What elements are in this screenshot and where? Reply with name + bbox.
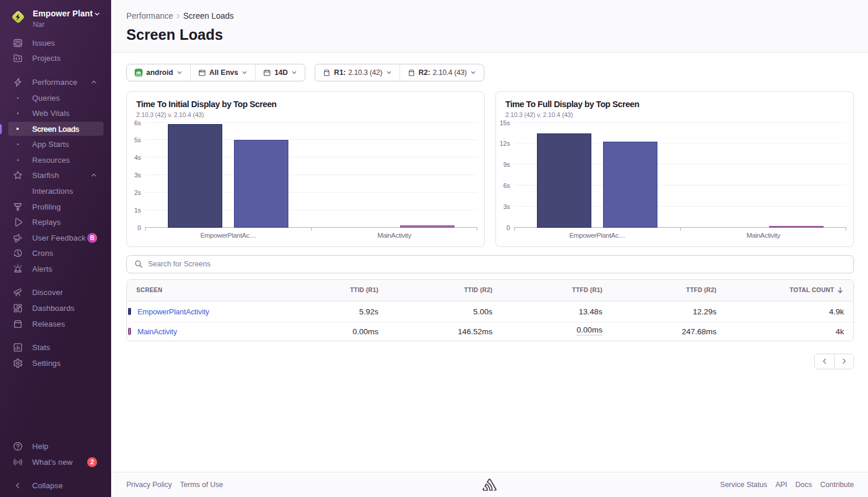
chart-bar[interactable] bbox=[168, 124, 222, 228]
screen-link[interactable]: MainActivity bbox=[137, 327, 177, 336]
window-icon bbox=[198, 69, 206, 77]
release2-filter[interactable]: R2: 2.10.4 (43) bbox=[399, 64, 484, 81]
sidebar-item-whats-new[interactable]: What's new 2 bbox=[8, 455, 104, 468]
release-icon bbox=[323, 69, 330, 77]
bullet-dot-mark bbox=[17, 97, 19, 99]
sentry-logo-icon[interactable] bbox=[483, 479, 497, 491]
chevron-right-icon bbox=[175, 13, 181, 19]
date-range-filter[interactable]: 14D bbox=[255, 64, 305, 81]
y-axis-tick-label: 0 bbox=[137, 224, 141, 232]
screen-link[interactable]: EmpowerPlantActivity bbox=[137, 307, 209, 316]
sidebar-item-profiling[interactable]: Profiling bbox=[8, 200, 104, 213]
y-axis-tick-label: 1s bbox=[134, 206, 141, 214]
chart-bar[interactable] bbox=[537, 133, 591, 228]
project-filter[interactable]: android bbox=[127, 64, 190, 81]
chart-bar[interactable] bbox=[400, 225, 454, 228]
sidebar-item-settings[interactable]: Settings bbox=[8, 357, 104, 370]
previous-page-button[interactable] bbox=[815, 354, 834, 369]
y-axis-tick-label: 4s bbox=[134, 153, 141, 162]
sidebar-item-performance[interactable]: Performance bbox=[8, 76, 104, 89]
sidebar-item-queries[interactable]: Queries bbox=[8, 91, 104, 104]
column-header-ttid-r1[interactable]: TTID (R1) bbox=[270, 280, 388, 301]
page-title: Screen Loads bbox=[126, 26, 854, 43]
ttfd-r2-cell: 247.68ms bbox=[612, 323, 726, 341]
sidebar-item-screen-loads[interactable]: Screen Loads bbox=[8, 122, 104, 135]
sidebar-item-label: Performance bbox=[32, 78, 77, 87]
ttfd-r1-cell: 0.00ms bbox=[502, 323, 612, 341]
nav-section-gap bbox=[0, 331, 111, 340]
sidebar-item-alerts[interactable]: Alerts bbox=[8, 262, 104, 276]
x-axis-category-label: EmpowerPlantAc… bbox=[200, 232, 256, 239]
search-input[interactable] bbox=[148, 260, 846, 268]
charts-row: Time To Initial Display by Top Screen 2.… bbox=[126, 91, 854, 247]
help-icon bbox=[12, 441, 23, 452]
whats-new-count-badge: 2 bbox=[87, 457, 97, 467]
sidebar-item-label: Stats bbox=[32, 343, 50, 352]
x-axis-tick bbox=[680, 228, 681, 231]
column-header-screen[interactable]: SCREEN bbox=[127, 280, 270, 301]
chart-bar[interactable] bbox=[603, 142, 657, 228]
chart-bar[interactable] bbox=[234, 140, 288, 228]
chevron-down-icon bbox=[242, 70, 247, 76]
sidebar-item-replays[interactable]: Replays bbox=[8, 215, 104, 229]
column-header-ttid-r2[interactable]: TTID (R2) bbox=[388, 280, 502, 301]
privacy-policy-link[interactable]: Privacy Policy bbox=[126, 481, 172, 489]
sidebar-item-label: Collapse bbox=[32, 481, 63, 490]
sidebar-item-interactions[interactable]: Interactions bbox=[8, 184, 104, 198]
screen-cell: EmpowerPlantActivity bbox=[127, 301, 270, 322]
sidebar-item-issues[interactable]: Issues bbox=[8, 36, 104, 50]
sidebar-item-label: Replays bbox=[32, 218, 61, 227]
docs-link[interactable]: Docs bbox=[795, 481, 812, 489]
plot-area: 03s6s9s12s15sEmpowerPlantAc…MainActivity bbox=[514, 123, 846, 228]
sidebar-item-web-vitals[interactable]: Web Vitals bbox=[8, 107, 104, 120]
column-header-total-count[interactable]: TOTAL COUNT bbox=[726, 280, 853, 301]
sidebar-item-label: Resources bbox=[32, 156, 70, 164]
sidebar-item-help[interactable]: Help bbox=[8, 440, 104, 453]
chevron-up-icon[interactable] bbox=[91, 79, 97, 85]
sidebar-item-collapse[interactable]: Collapse bbox=[8, 479, 104, 492]
x-axis-tick bbox=[311, 228, 312, 231]
service-status-link[interactable]: Service Status bbox=[720, 481, 767, 489]
release1-filter[interactable]: R1: 2.10.3 (42) bbox=[315, 64, 399, 81]
org-name-row: Empower Plant bbox=[33, 9, 100, 19]
profiling-icon bbox=[12, 201, 23, 212]
table-header-row: SCREEN TTID (R1) TTID (R2) TTFD (R1) TTF… bbox=[127, 280, 853, 301]
org-project: Nar bbox=[33, 20, 100, 29]
sidebar-item-dashboards[interactable]: Dashboards bbox=[8, 301, 104, 315]
contribute-link[interactable]: Contribute bbox=[820, 481, 854, 489]
telescope-icon bbox=[12, 287, 23, 298]
sidebar-item-discover[interactable]: Discover bbox=[8, 286, 104, 299]
api-link[interactable]: API bbox=[776, 481, 787, 489]
next-page-button[interactable] bbox=[834, 354, 853, 369]
release2-value: 2.10.4 (43) bbox=[433, 68, 467, 77]
sidebar-item-releases[interactable]: Releases bbox=[8, 317, 104, 330]
chart-bar[interactable] bbox=[769, 226, 824, 228]
sidebar-item-starfish[interactable]: Starfish bbox=[8, 169, 104, 182]
tooltip-underlined-value[interactable]: 0.00ms bbox=[577, 325, 602, 335]
bullet-dot-mark bbox=[17, 159, 19, 161]
chevron-up-icon[interactable] bbox=[91, 172, 97, 179]
sidebar-item-label: Projects bbox=[32, 54, 61, 63]
sidebar-item-projects[interactable]: Projects bbox=[8, 52, 104, 65]
sidebar-item-stats[interactable]: Stats bbox=[8, 341, 104, 354]
release-filter-group: R1: 2.10.3 (42) R2: 2.10.4 (43) bbox=[315, 64, 484, 81]
column-header-ttfd-r2[interactable]: TTFD (R2) bbox=[612, 280, 726, 301]
sidebar-item-user-feedback[interactable]: User Feedback B bbox=[8, 231, 104, 245]
sidebar-item-crons[interactable]: Crons bbox=[8, 246, 104, 260]
sidebar-item-label: Profiling bbox=[32, 203, 61, 211]
bullet-dot bbox=[12, 124, 23, 134]
table-row: MainActivity 0.00ms 146.52ms 0.00ms 247.… bbox=[127, 322, 853, 341]
clock-icon bbox=[12, 248, 23, 259]
table-body: EmpowerPlantActivity 5.92s 5.00s 13.48s … bbox=[127, 301, 853, 341]
gear-icon bbox=[12, 358, 23, 368]
org-switcher[interactable]: Empower Plant Nar bbox=[0, 0, 111, 29]
environment-filter[interactable]: All Envs bbox=[190, 64, 255, 81]
sidebar-item-app-starts[interactable]: App Starts bbox=[8, 138, 104, 151]
content: android All Envs 14D R1: 2 bbox=[111, 53, 868, 472]
sidebar-item-resources[interactable]: Resources bbox=[8, 153, 104, 167]
chevron-down-icon bbox=[177, 70, 182, 76]
column-header-ttfd-r1[interactable]: TTFD (R1) bbox=[502, 280, 612, 301]
breadcrumb-performance[interactable]: Performance bbox=[126, 12, 173, 20]
x-axis-tick bbox=[846, 228, 846, 231]
terms-of-use-link[interactable]: Terms of Use bbox=[180, 481, 223, 489]
